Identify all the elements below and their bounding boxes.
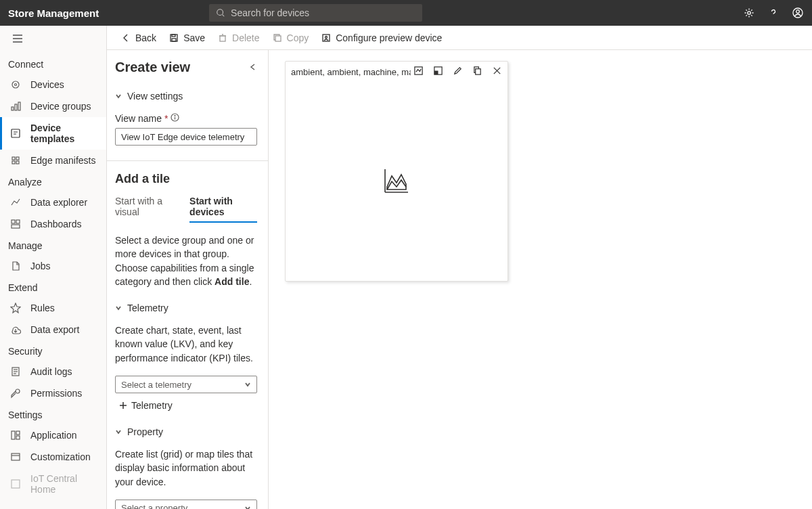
property-toggle[interactable]: Property <box>115 423 257 441</box>
sidebar: Connect Devices Device groups Device tem… <box>0 26 107 509</box>
tile-edit-icon[interactable] <box>453 66 463 78</box>
view-settings-toggle[interactable]: View settings <box>115 87 257 105</box>
svg-rect-15 <box>16 157 19 160</box>
chevron-down-icon <box>115 305 122 311</box>
tabbar: Start with a visual Start with devices <box>115 196 257 223</box>
device-templates-icon <box>10 128 21 139</box>
nav-device-templates[interactable]: Device templates <box>0 117 106 150</box>
panel-collapse-button[interactable] <box>249 62 257 73</box>
view-name-label: View name * <box>115 113 257 124</box>
svg-point-2 <box>748 12 750 14</box>
svg-point-0 <box>217 9 223 16</box>
copy-button[interactable]: Copy <box>272 32 309 43</box>
back-button[interactable]: Back <box>120 32 156 43</box>
nav-label: Permissions <box>30 388 82 399</box>
tile-copy-icon[interactable] <box>472 66 482 78</box>
view-name-input[interactable] <box>115 128 257 146</box>
nav-label: Audit logs <box>30 366 72 377</box>
configure-button[interactable]: Configure preview device <box>321 32 442 43</box>
account-icon[interactable] <box>792 7 804 19</box>
svg-line-1 <box>223 15 225 17</box>
svg-rect-20 <box>12 225 20 228</box>
panel-title: Create view <box>115 60 190 75</box>
svg-rect-48 <box>415 67 422 74</box>
search-input[interactable] <box>231 7 415 18</box>
settings-gear-icon[interactable] <box>743 7 755 19</box>
add-telemetry-button[interactable]: Telemetry <box>115 393 257 418</box>
svg-rect-16 <box>12 161 15 164</box>
delete-button[interactable]: Delete <box>217 32 259 43</box>
nav-jobs[interactable]: Jobs <box>0 255 106 277</box>
tab-start-visual[interactable]: Start with a visual <box>115 196 177 223</box>
nav-customization[interactable]: Customization <box>0 446 106 468</box>
svg-rect-50 <box>434 71 438 75</box>
nav-label: Customization <box>30 451 91 462</box>
chevron-down-icon <box>244 381 251 388</box>
back-arrow-icon <box>120 32 131 43</box>
nav-category-security: Security <box>0 340 106 361</box>
nav-category-extend: Extend <box>0 277 106 297</box>
tile-chart-icon[interactable] <box>413 66 424 78</box>
nav-label: Jobs <box>30 261 51 271</box>
svg-rect-12 <box>18 102 20 110</box>
topbar: Store Management <box>0 0 812 26</box>
nav-label: Devices <box>30 79 64 90</box>
search-icon <box>216 8 225 18</box>
svg-point-25 <box>16 389 20 393</box>
divider <box>107 160 268 161</box>
telemetry-dropdown[interactable]: Select a telemetry <box>115 376 257 393</box>
nav-category-settings: Settings <box>0 404 106 424</box>
nav-iot-central[interactable]: IoT Central Home <box>0 468 106 500</box>
property-dropdown[interactable]: Select a property <box>115 500 257 509</box>
svg-point-8 <box>12 81 19 88</box>
audit-logs-icon <box>10 366 21 377</box>
dashboards-icon <box>10 219 21 229</box>
nav-label: Data export <box>30 324 79 335</box>
svg-rect-19 <box>16 220 20 223</box>
preview-tile[interactable]: ambient, ambient, machine, machine <box>285 61 508 282</box>
nav-category-manage: Manage <box>0 235 106 255</box>
tile-title: ambient, ambient, machine, machine <box>291 67 411 77</box>
tile-resize-icon[interactable] <box>433 66 443 78</box>
info-icon[interactable] <box>171 113 179 124</box>
svg-rect-31 <box>12 480 20 488</box>
svg-rect-17 <box>16 161 19 164</box>
sidebar-collapse-button[interactable] <box>0 26 106 53</box>
canvas: ambient, ambient, machine, machine <box>269 50 812 509</box>
svg-rect-38 <box>275 36 281 41</box>
tile-close-icon[interactable] <box>492 66 502 78</box>
nav-audit-logs[interactable]: Audit logs <box>0 361 106 382</box>
nav-label: Device templates <box>30 123 98 144</box>
search-container[interactable] <box>209 4 422 22</box>
svg-rect-13 <box>12 129 20 137</box>
tab-start-devices[interactable]: Start with devices <box>189 196 257 223</box>
nav-device-groups[interactable]: Device groups <box>0 95 106 117</box>
nav-rules[interactable]: Rules <box>0 297 106 319</box>
nav-data-explorer[interactable]: Data explorer <box>0 192 106 213</box>
nav-label: Device groups <box>30 101 91 112</box>
data-export-icon <box>10 324 21 335</box>
svg-rect-10 <box>12 107 14 110</box>
data-explorer-icon <box>10 197 21 208</box>
nav-label: Edge manifests <box>30 155 96 166</box>
nav-permissions[interactable]: Permissions <box>0 382 106 404</box>
nav-edge-manifests[interactable]: Edge manifests <box>0 150 106 171</box>
svg-rect-35 <box>220 36 225 41</box>
nav-data-export[interactable]: Data export <box>0 319 106 340</box>
customization-icon <box>10 451 21 462</box>
svg-point-9 <box>15 84 17 86</box>
application-icon <box>10 430 21 441</box>
svg-rect-33 <box>172 35 175 37</box>
nav-dashboards[interactable]: Dashboards <box>0 213 106 235</box>
form-panel: Create view View settings View name * <box>107 50 269 509</box>
nav-application[interactable]: Application <box>0 424 106 446</box>
telemetry-toggle[interactable]: Telemetry <box>115 299 257 317</box>
save-button[interactable]: Save <box>168 32 205 43</box>
jobs-icon <box>10 261 21 271</box>
nav-devices[interactable]: Devices <box>0 74 106 95</box>
svg-point-4 <box>796 10 800 14</box>
svg-rect-28 <box>16 436 20 439</box>
nav-label: Data explorer <box>30 197 87 208</box>
svg-rect-51 <box>476 69 481 74</box>
help-icon[interactable] <box>767 7 780 19</box>
